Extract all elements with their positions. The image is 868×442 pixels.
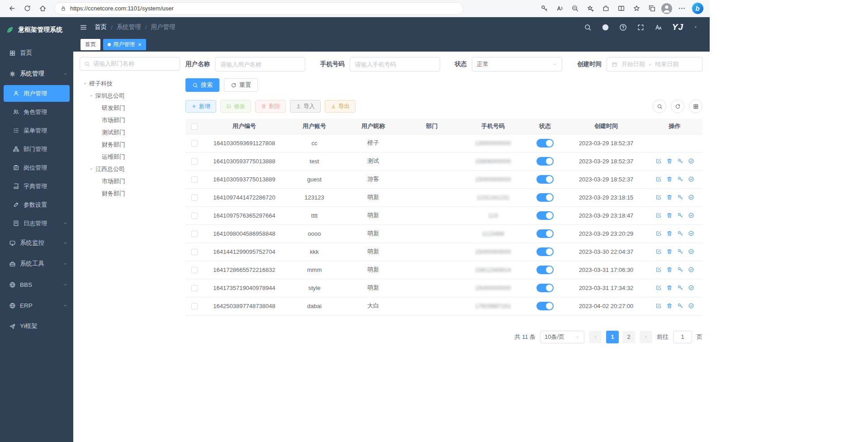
header-search-icon[interactable]	[584, 24, 592, 31]
tree-node-market-dept[interactable]: 市场部门	[80, 114, 180, 126]
refresh-table-button[interactable]	[671, 100, 684, 113]
sidebar-item-dept-management[interactable]: 部门管理	[0, 140, 73, 158]
tree-node-test-dept[interactable]: 测试部门	[80, 126, 180, 138]
sidebar-item-user-management[interactable]: 用户管理	[4, 85, 70, 102]
date-range-picker[interactable]: 开始日期 - 结束日期	[607, 57, 702, 71]
assign-role-button[interactable]	[688, 248, 694, 255]
select-all-checkbox[interactable]	[191, 124, 198, 130]
status-toggle[interactable]	[536, 193, 554, 202]
help-icon[interactable]	[619, 24, 627, 31]
row-checkbox[interactable]	[191, 158, 198, 165]
reset-password-button[interactable]	[677, 176, 683, 182]
row-checkbox[interactable]	[191, 267, 198, 273]
delete-row-button[interactable]	[666, 266, 673, 273]
search-button[interactable]: 搜索	[185, 78, 219, 92]
delete-row-button[interactable]	[666, 212, 673, 219]
reset-password-button[interactable]	[677, 303, 683, 309]
address-bar[interactable]: https://ccnetcore.com:1101/system/user	[54, 2, 464, 15]
favorites-icon[interactable]	[629, 2, 644, 15]
delete-row-button[interactable]	[666, 158, 673, 164]
row-checkbox[interactable]	[191, 285, 198, 291]
status-toggle[interactable]	[536, 157, 554, 166]
reset-password-button[interactable]	[677, 194, 683, 200]
app-logo[interactable]: 意框架管理系统	[0, 17, 73, 43]
sidebar-item-menu-management[interactable]: 菜单管理	[0, 121, 73, 140]
column-settings-button[interactable]	[689, 100, 702, 113]
back-button[interactable]	[5, 2, 19, 15]
assign-role-button[interactable]	[688, 303, 694, 309]
delete-row-button[interactable]	[666, 194, 673, 200]
delete-row-button[interactable]	[666, 285, 673, 291]
sidebar-item-yi-framework[interactable]: Yi框架	[0, 316, 73, 337]
delete-row-button[interactable]	[666, 248, 673, 255]
reset-button[interactable]: 重置	[224, 78, 258, 92]
phone-input[interactable]	[350, 57, 440, 71]
assign-role-button[interactable]	[688, 266, 694, 273]
sidebar-item-system-monitor[interactable]: 系统监控	[0, 233, 73, 253]
reset-password-button[interactable]	[677, 285, 683, 291]
tree-node-orange-tech[interactable]: 橙子科技	[80, 77, 180, 90]
import-button[interactable]: 导入	[290, 100, 321, 113]
reset-password-button[interactable]	[677, 266, 683, 273]
sidebar-item-log-management[interactable]: 日志管理	[0, 214, 73, 233]
collapse-sidebar-button[interactable]	[80, 24, 87, 31]
extensions-icon[interactable]	[598, 2, 613, 15]
delete-row-button[interactable]	[666, 230, 673, 237]
tree-node-finance-dept-2[interactable]: 财务部门	[80, 187, 180, 200]
tree-node-jiangxi-hq[interactable]: 江西总公司	[80, 163, 180, 175]
sidebar-item-role-management[interactable]: 角色管理	[0, 103, 73, 121]
refresh-button[interactable]	[20, 2, 34, 15]
tree-node-ops-dept[interactable]: 运维部门	[80, 151, 180, 163]
page-button-1[interactable]: 1	[606, 331, 619, 343]
add-favorite-icon[interactable]	[583, 2, 598, 15]
row-checkbox[interactable]	[191, 213, 198, 219]
next-page-button[interactable]	[640, 331, 652, 343]
sidebar-item-system-tools[interactable]: 系统工具	[0, 253, 73, 274]
reset-password-button[interactable]	[677, 158, 683, 164]
username-input[interactable]	[215, 57, 305, 71]
reset-password-button[interactable]	[677, 212, 683, 219]
sidebar-item-erp[interactable]: ERP	[0, 295, 73, 316]
toggle-search-button[interactable]	[653, 100, 666, 113]
zoom-icon[interactable]	[568, 2, 582, 15]
status-toggle[interactable]	[536, 302, 554, 310]
status-toggle[interactable]	[536, 266, 554, 274]
sidebar-item-home[interactable]: 首页	[0, 43, 73, 63]
delete-user-button[interactable]: 删除	[255, 100, 286, 113]
tree-node-rd-dept[interactable]: 研发部门	[80, 102, 180, 114]
delete-row-button[interactable]	[666, 303, 673, 309]
tree-node-market-dept-2[interactable]: 市场部门	[80, 175, 180, 187]
status-toggle[interactable]	[536, 229, 554, 238]
assign-role-button[interactable]	[688, 158, 694, 164]
tab-home[interactable]: 首页	[81, 39, 100, 50]
status-toggle[interactable]	[536, 139, 554, 147]
delete-row-button[interactable]	[666, 176, 673, 182]
home-button[interactable]	[35, 2, 50, 15]
assign-role-button[interactable]	[688, 194, 694, 200]
dept-search-input[interactable]: 请输入部门名称	[80, 57, 180, 71]
edit-row-button[interactable]	[655, 303, 662, 309]
assign-role-button[interactable]	[688, 230, 694, 237]
prev-page-button[interactable]	[589, 331, 602, 343]
tab-user-management[interactable]: 用户管理 ×	[103, 39, 146, 50]
sidebar-item-param-settings[interactable]: 参数设置	[0, 195, 73, 214]
goto-page-input[interactable]	[673, 331, 692, 343]
profile-avatar[interactable]	[660, 2, 674, 15]
breadcrumb-system[interactable]: 系统管理	[117, 23, 141, 31]
browser-menu-icon[interactable]	[674, 2, 689, 15]
page-button-2[interactable]: 2	[622, 331, 635, 343]
status-toggle[interactable]	[536, 175, 554, 184]
add-user-button[interactable]: 新增	[185, 100, 216, 113]
edit-row-button[interactable]	[655, 176, 662, 182]
tree-node-shenzhen-hq[interactable]: 深圳总公司	[80, 90, 180, 102]
sidebar-item-system-management[interactable]: 系统管理	[0, 63, 73, 84]
fullscreen-icon[interactable]	[637, 24, 645, 31]
sidebar-item-post-management[interactable]: 岗位管理	[0, 158, 73, 177]
assign-role-button[interactable]	[688, 212, 694, 219]
reset-password-button[interactable]	[677, 248, 683, 255]
edit-row-button[interactable]	[655, 285, 662, 291]
status-toggle[interactable]	[536, 211, 554, 220]
assign-role-button[interactable]	[688, 176, 694, 182]
sidebar-item-bbs[interactable]: BBS	[0, 274, 73, 295]
row-checkbox[interactable]	[191, 249, 198, 255]
